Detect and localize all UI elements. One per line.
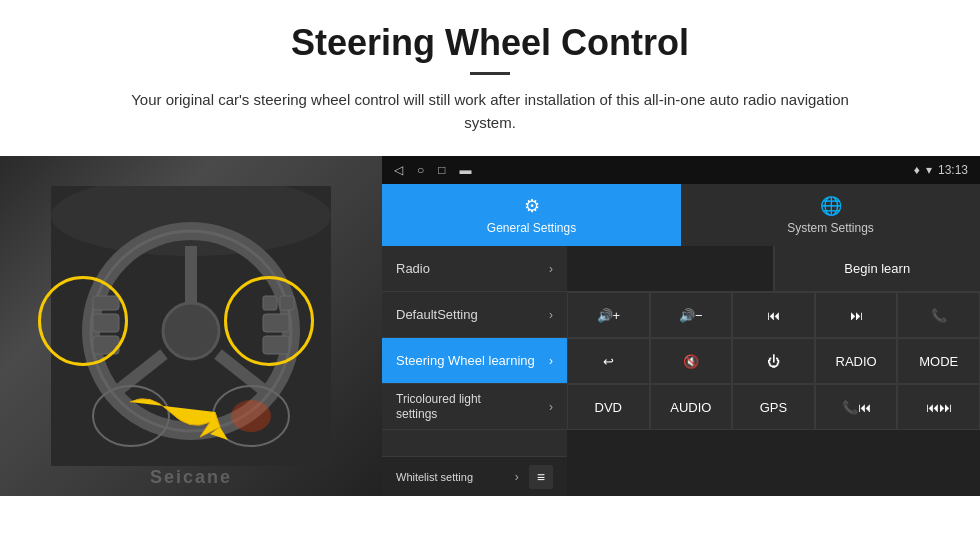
android-panel: ◁ ○ □ ▬ ♦ ▾ 13:13 ⚙ General Settings: [382, 156, 980, 496]
phone-prev-icon: 📞⏮: [842, 400, 871, 415]
menu-default-label: DefaultSetting: [396, 307, 478, 322]
panel-body: Radio › DefaultSetting › Steering Wheel …: [382, 246, 980, 496]
dvd-button[interactable]: DVD: [567, 384, 650, 430]
highlight-circle-left: [38, 276, 128, 366]
menu-whitelist-label: Whitelist setting: [396, 471, 473, 483]
radio-btn[interactable]: RADIO: [815, 338, 898, 384]
menu-radio-label: Radio: [396, 261, 430, 276]
home-icon: ○: [417, 163, 424, 177]
vol-down-icon: 🔊−: [679, 308, 703, 323]
gps-label: GPS: [760, 400, 787, 415]
highlight-circle-right: [224, 276, 314, 366]
subtitle-text: Your original car's steering wheel contr…: [120, 89, 860, 134]
recents-icon: □: [438, 163, 445, 177]
menu-tricolour-label: Tricoloured lightsettings: [396, 392, 481, 421]
mode-button[interactable]: MODE: [897, 338, 980, 384]
tab-bar: ⚙ General Settings 🌐 System Settings: [382, 184, 980, 246]
back-call-icon: ↩: [603, 354, 614, 369]
menu-item-radio[interactable]: Radio ›: [382, 246, 567, 292]
audio-button[interactable]: AUDIO: [650, 384, 733, 430]
general-settings-icon: ⚙: [524, 195, 540, 217]
wifi-icon: ▾: [926, 163, 932, 177]
menu-item-default[interactable]: DefaultSetting ›: [382, 292, 567, 338]
mute-button[interactable]: 🔇: [650, 338, 733, 384]
tab-general-settings[interactable]: ⚙ General Settings: [382, 184, 681, 246]
vol-down-button[interactable]: 🔊−: [650, 292, 733, 338]
mode-label: MODE: [919, 354, 958, 369]
skip-icon: ⏮⏭: [926, 400, 952, 415]
phone-button[interactable]: 📞: [897, 292, 980, 338]
dvd-label: DVD: [595, 400, 622, 415]
back-call-button[interactable]: ↩: [567, 338, 650, 384]
status-bar-left: ◁ ○ □ ▬: [394, 163, 472, 177]
status-bar: ◁ ○ □ ▬ ♦ ▾ 13:13: [382, 156, 980, 184]
phone-prev-button[interactable]: 📞⏮: [815, 384, 898, 430]
menu-steering-label: Steering Wheel learning: [396, 353, 535, 368]
left-menu: Radio › DefaultSetting › Steering Wheel …: [382, 246, 567, 496]
svg-point-3: [163, 303, 219, 359]
car-image: Seicane: [0, 156, 382, 496]
page-container: Steering Wheel Control Your original car…: [0, 0, 980, 496]
prev-track-icon: ⏮: [767, 308, 780, 323]
empty-cell: [567, 246, 774, 291]
btn-grid-row3: DVD AUDIO GPS 📞⏮ ⏮⏭: [567, 384, 980, 430]
location-icon: ♦: [914, 163, 920, 177]
page-title: Steering Wheel Control: [60, 22, 920, 64]
radio-arrow-icon: ›: [549, 262, 553, 276]
phone-icon: 📞: [931, 308, 947, 323]
whitelist-icon: ≡: [529, 465, 553, 489]
clock: 13:13: [938, 163, 968, 177]
title-divider: [470, 72, 510, 75]
whitelist-arrow-icon: ›: [515, 470, 519, 484]
next-track-icon: ⏭: [850, 308, 863, 323]
power-icon: ⏻: [767, 354, 780, 369]
radio-btn-label: RADIO: [836, 354, 877, 369]
tab-general-label: General Settings: [487, 221, 576, 235]
content-area: Seicane ◁ ○ □ ▬ ♦ ▾ 13:13: [0, 156, 980, 496]
audio-label: AUDIO: [670, 400, 711, 415]
steering-arrow-icon: ›: [549, 354, 553, 368]
screenshot-icon: ▬: [460, 163, 472, 177]
begin-learn-button[interactable]: Begin learn: [774, 246, 981, 291]
power-button[interactable]: ⏻: [732, 338, 815, 384]
arrow-overlay: [120, 382, 240, 466]
status-bar-right: ♦ ▾ 13:13: [914, 163, 968, 177]
mute-icon: 🔇: [683, 354, 699, 369]
skip-button[interactable]: ⏮⏭: [897, 384, 980, 430]
prev-track-button[interactable]: ⏮: [732, 292, 815, 338]
control-row-1: Begin learn: [567, 246, 980, 292]
menu-item-whitelist[interactable]: Whitelist setting › ≡: [382, 456, 567, 496]
menu-item-steering[interactable]: Steering Wheel learning ›: [382, 338, 567, 384]
tricolour-arrow-icon: ›: [549, 400, 553, 414]
tab-system-label: System Settings: [787, 221, 874, 235]
right-content: Begin learn 🔊+ 🔊− ⏮: [567, 246, 980, 496]
next-track-button[interactable]: ⏭: [815, 292, 898, 338]
menu-item-tricolour[interactable]: Tricoloured lightsettings ›: [382, 384, 567, 430]
btn-grid-row2: ↩ 🔇 ⏻ RADIO MODE: [567, 338, 980, 384]
btn-grid-row1: 🔊+ 🔊− ⏮ ⏭ 📞: [567, 292, 980, 338]
back-icon: ◁: [394, 163, 403, 177]
header-section: Steering Wheel Control Your original car…: [0, 0, 980, 144]
tab-system-settings[interactable]: 🌐 System Settings: [681, 184, 980, 246]
watermark: Seicane: [150, 467, 232, 488]
vol-up-icon: 🔊+: [597, 308, 621, 323]
system-settings-icon: 🌐: [820, 195, 842, 217]
whitelist-right: › ≡: [515, 465, 553, 489]
gps-button[interactable]: GPS: [732, 384, 815, 430]
default-arrow-icon: ›: [549, 308, 553, 322]
vol-up-button[interactable]: 🔊+: [567, 292, 650, 338]
